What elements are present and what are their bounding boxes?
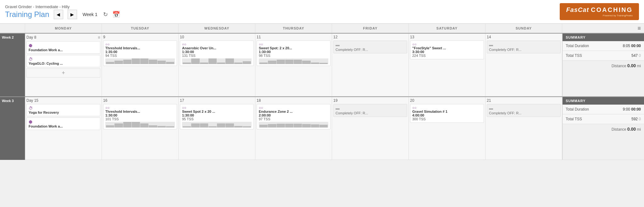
day15-number: Day 15 xyxy=(26,98,100,103)
workout-name: Sweet Spot: 2 x 20... xyxy=(259,46,328,50)
week3-tuesday-cell: 16 ○○ Threshold Intervals... 1:30:00 101… xyxy=(102,97,179,160)
week2-label-cell: Week 2 xyxy=(0,34,25,96)
week2-wed-workout1[interactable]: ○○ Anaerobic Over Un... 1:30:00 131 TSS xyxy=(180,41,254,66)
week2-friday-cell: 12 ▬ Completely OFF: R... xyxy=(332,34,409,96)
yoga-icon: ⏱ xyxy=(29,57,98,62)
day20-number: 20 xyxy=(410,98,484,103)
cycling-icon: ○○ xyxy=(105,106,175,110)
week3-sunday-cell: 21 ▬ Completely OFF: R... xyxy=(486,97,562,160)
day8-menu-icon[interactable]: ≡ xyxy=(98,35,100,40)
week3-fri-workout1[interactable]: ▬ Completely OFF: R... xyxy=(333,104,407,117)
cycling-icon: ○○ xyxy=(182,106,252,110)
cycling-icon: ○○ xyxy=(259,42,328,46)
week3-tue-workout1[interactable]: ○○ Threshold Intervals... 1:30:00 101 TS… xyxy=(103,104,177,129)
day-header-thursday: THURSDAY xyxy=(255,24,332,33)
week2-thu-workout1[interactable]: ○○ Sweet Spot: 2 x 20... 1:30:00 98 TSS xyxy=(257,41,330,66)
cycling-icon: ○○ xyxy=(182,42,252,46)
week3-mon-workout2[interactable]: ⊕ Foundation Work a... xyxy=(26,117,100,130)
plan-subtitle: Gravel Grinder - Intermediate - Hilly xyxy=(5,4,120,9)
workout-tss: 300 TSS xyxy=(412,117,482,121)
day-header-friday: FRIDAY xyxy=(332,24,409,33)
workout-name: Yoga for Recovery xyxy=(29,111,98,114)
workout-name: YogaGLO: Cycling ... xyxy=(29,62,98,65)
workout-name: Endurance Zone 2 ... xyxy=(259,110,328,113)
workout-name: Sweet Spot 2 x 20 ... xyxy=(182,110,252,113)
week-label: Week 1 xyxy=(81,12,99,17)
workout-duration: 1:30:00 xyxy=(182,50,252,54)
total-tss-label: Total TSS xyxy=(566,53,582,58)
week3-wednesday-cell: 17 ○○ Sweet Spot 2 x 20 ... 1:30:00 95 T… xyxy=(179,97,255,160)
week3-mon-workout1[interactable]: ⏱ Yoga for Recovery xyxy=(26,104,100,116)
week2-tue-workout1[interactable]: ○○ Threshold Intervals... 1:35:00 94 TSS xyxy=(103,41,177,66)
workout-tss: 101 TSS xyxy=(105,117,175,121)
week3-summary-header: SUMMARY xyxy=(563,97,644,105)
week2-tuesday-cell: 9 ○○ Threshold Intervals... 1:35:00 94 T… xyxy=(102,34,179,96)
workout-duration: 1:30:00 xyxy=(259,50,328,54)
prev-week-button[interactable]: ◀ xyxy=(54,10,63,19)
workout-name: Threshold Intervals... xyxy=(105,110,175,113)
week3-summary-cell: SUMMARY Total Duration 9:00 00:00 Total … xyxy=(562,97,644,160)
menu-icon[interactable]: ≡ xyxy=(637,25,641,32)
day19-number: 19 xyxy=(333,98,407,103)
day-header-tuesday: TUESDAY xyxy=(102,24,179,33)
cycling-icon: ○○ xyxy=(259,106,328,110)
off-icon: ▬ xyxy=(336,106,405,111)
day13-number: 13 xyxy=(410,35,484,39)
calendar-icon[interactable]: 📅 xyxy=(112,11,120,18)
summary-col-header: ≡ xyxy=(562,24,644,33)
refresh-icon[interactable]: ↻ xyxy=(103,11,108,18)
week2-summary-cell: SUMMARY Total Duration 8:05 00:00 Total … xyxy=(562,34,644,96)
workout-name: Anaerobic Over Un... xyxy=(182,46,252,50)
plan-title: Training Plan xyxy=(5,10,49,19)
week2-mon-workout2[interactable]: ⏱ YogaGLO: Cycling ... xyxy=(26,55,100,67)
total-duration-label: Total Duration xyxy=(566,44,589,48)
day-header-sunday: SUNDAY xyxy=(486,24,562,33)
workout-duration: 4:00:00 xyxy=(412,113,482,117)
add-workout-button[interactable]: + xyxy=(26,68,100,78)
workout-duration: 1:35:00 xyxy=(105,50,175,54)
cycling-icon: ○○ xyxy=(412,42,482,46)
week3-thu-workout1[interactable]: ○○ Endurance Zone 2 ... 2:00:00 97 TSS xyxy=(257,104,330,129)
workout-name: Completely OFF: R... xyxy=(489,48,558,52)
yoga-icon: ⏱ xyxy=(29,106,98,111)
week-col-header xyxy=(0,24,25,33)
week2-mon-workout1[interactable]: ⊕ Foundation Work a... xyxy=(26,41,100,54)
day8-number: Day 8 ≡ xyxy=(26,35,100,40)
workout-duration: 2:00:00 xyxy=(259,113,328,117)
total-duration-value: 9:00 00:00 xyxy=(623,107,641,112)
week3-total-tss-row: Total TSS 592 0 xyxy=(563,114,644,124)
week2-thursday-cell: 11 ○○ Sweet Spot: 2 x 20... 1:30:00 98 T… xyxy=(255,34,332,96)
day17-number: 17 xyxy=(180,98,254,103)
week3-wed-workout1[interactable]: ○○ Sweet Spot 2 x 20 ... 1:30:00 95 TSS xyxy=(180,104,254,129)
week2-sat-workout1[interactable]: ○○ "FreeStyle" Sweet ... 3:30:00 224 TSS xyxy=(410,41,484,59)
workout-name: "FreeStyle" Sweet ... xyxy=(412,46,482,50)
week3-thursday-cell: 18 ○○ Endurance Zone 2 ... 2:00:00 97 TS… xyxy=(255,97,332,160)
logo-brand: FasCat xyxy=(566,6,589,14)
header: Gravel Grinder - Intermediate - Hilly Tr… xyxy=(0,0,644,24)
workout-tss: 131 TSS xyxy=(182,54,252,57)
week2-fri-workout1[interactable]: ▬ Completely OFF: R... xyxy=(333,41,407,53)
workout-chart xyxy=(259,58,328,64)
off-icon: ▬ xyxy=(336,42,405,47)
off-icon: ▬ xyxy=(489,106,558,111)
total-duration-label: Total Duration xyxy=(566,107,589,112)
cycling-icon: ○○ xyxy=(105,42,175,46)
week3-sun-workout1[interactable]: ▬ Completely OFF: R... xyxy=(487,104,561,117)
next-week-button[interactable]: ▶ xyxy=(68,10,77,19)
week3-sat-workout1[interactable]: ○○ Gravel Simulation # 1 4:00:00 300 TSS xyxy=(410,104,484,123)
workout-name: Completely OFF: R... xyxy=(336,111,405,115)
week2-total-tss-row: Total TSS 547 0 xyxy=(563,51,644,61)
week3-row: Week 3 Day 15 ⏱ Yoga for Recovery ⊕ Foun… xyxy=(0,96,644,160)
week3-saturday-cell: 20 ○○ Gravel Simulation # 1 4:00:00 300 … xyxy=(409,97,486,160)
week2-total-duration-row: Total Duration 8:05 00:00 xyxy=(563,41,644,51)
week3-monday-cell: Day 15 ⏱ Yoga for Recovery ⊕ Foundation … xyxy=(25,97,102,160)
workout-name: Completely OFF: R... xyxy=(489,111,558,115)
week2-sun-workout1[interactable]: ▬ Completely OFF: R... xyxy=(487,41,561,53)
header-left: Gravel Grinder - Intermediate - Hilly Tr… xyxy=(5,4,120,19)
workout-duration: 3:30:00 xyxy=(412,50,482,54)
week2-sunday-cell: 14 ▬ Completely OFF: R... xyxy=(486,34,562,96)
weights-icon: ⊕ xyxy=(29,119,98,124)
workout-tss: 98 TSS xyxy=(259,54,328,57)
week2-monday-cell: Day 8 ≡ ⊕ Foundation Work a... ⏱ YogaGLO… xyxy=(25,34,102,96)
total-tss-value: 592 0 xyxy=(631,117,641,121)
